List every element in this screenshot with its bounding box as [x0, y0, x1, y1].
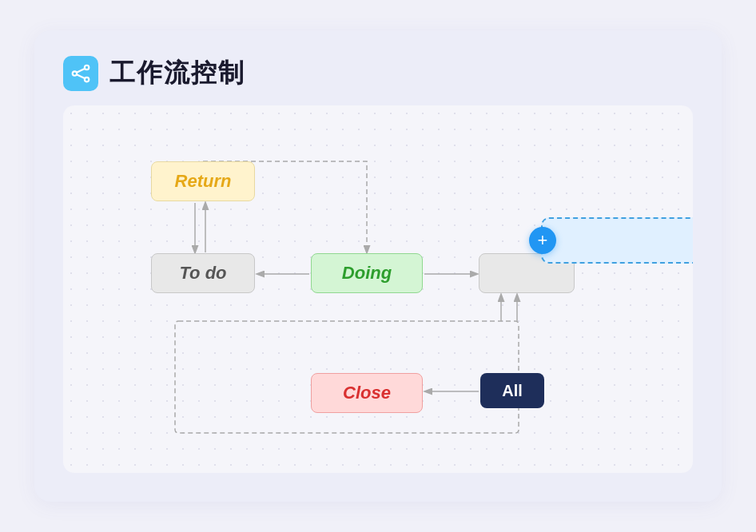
svg-point-0 — [73, 71, 77, 75]
header-icon — [63, 56, 98, 91]
node-close[interactable]: Close — [311, 373, 423, 413]
diagram-area: Return To do Doing Close All + — [63, 105, 693, 473]
node-all[interactable]: All — [480, 373, 544, 408]
node-todo[interactable]: To do — [151, 253, 255, 293]
add-panel: + — [541, 217, 693, 264]
svg-line-4 — [77, 74, 86, 78]
node-return[interactable]: Return — [151, 161, 255, 201]
add-button[interactable]: + — [529, 227, 556, 254]
svg-line-3 — [77, 69, 86, 73]
workflow-icon — [70, 63, 91, 84]
page-title: 工作流控制 — [109, 56, 245, 91]
card-header: 工作流控制 — [63, 56, 693, 91]
node-doing[interactable]: Doing — [311, 253, 423, 293]
main-card: 工作流控制 — [34, 30, 722, 502]
